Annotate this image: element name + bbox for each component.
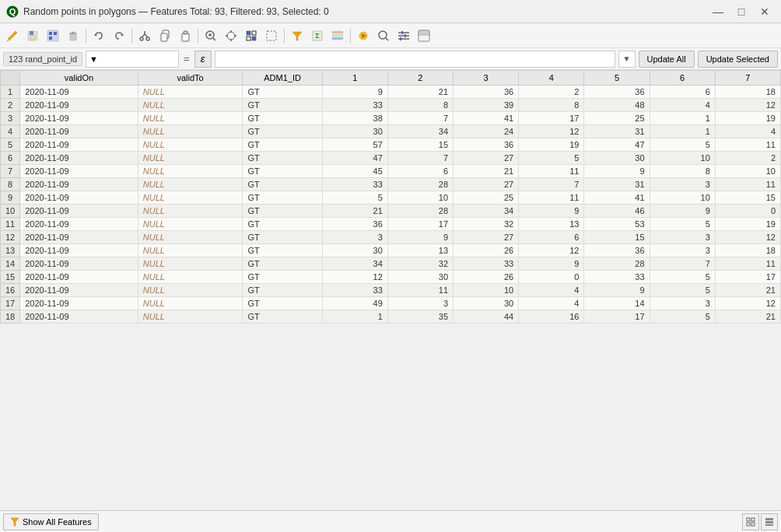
numeric-cell: 5: [322, 191, 387, 205]
field-calculator-button[interactable]: Σ: [308, 26, 327, 45]
col2-header[interactable]: 2: [387, 71, 453, 86]
expression-dropdown[interactable]: ▼: [618, 51, 636, 68]
toolbar-separator-2: [131, 28, 132, 44]
close-button[interactable]: ✕: [755, 4, 775, 19]
app-icon: Q: [6, 5, 19, 18]
table-row[interactable]: 62020-11-09NULLGT47727530102: [1, 152, 781, 165]
layout-icon-button[interactable]: [761, 513, 778, 530]
numeric-cell: 10: [715, 165, 780, 178]
table-row[interactable]: 182020-11-09NULLGT135441617521: [1, 310, 781, 324]
numeric-cell: 36: [584, 86, 650, 99]
update-all-button[interactable]: Update All: [639, 51, 695, 68]
col1-header[interactable]: 1: [322, 71, 387, 86]
numeric-cell: 31: [584, 125, 650, 138]
adm1id-cell: GT: [243, 205, 322, 218]
equals-sign: =: [182, 53, 191, 65]
numeric-cell: 9: [519, 205, 584, 218]
numeric-cell: 47: [584, 138, 650, 152]
zoom-table-button[interactable]: [374, 26, 393, 45]
validon-cell: 2020-11-09: [20, 112, 138, 125]
epsilon-button[interactable]: ε: [194, 51, 212, 68]
organize-columns-button[interactable]: [394, 26, 413, 45]
col7-header[interactable]: 7: [715, 71, 780, 86]
maximize-button[interactable]: □: [731, 4, 751, 19]
table-row[interactable]: 142020-11-09NULLGT343233928711: [1, 257, 781, 271]
numeric-cell: 1: [322, 310, 387, 324]
minimize-button[interactable]: —: [708, 4, 728, 19]
toggle-editing-button[interactable]: [3, 26, 22, 45]
validon-header[interactable]: validOn: [20, 71, 138, 86]
numeric-cell: 16: [519, 310, 584, 324]
numeric-cell: 33: [322, 99, 387, 112]
table-row[interactable]: 102020-11-09NULLGT21283494690: [1, 205, 781, 218]
table-row[interactable]: 42020-11-09NULLGT303424123114: [1, 125, 781, 138]
pan-selected-button[interactable]: [222, 26, 240, 45]
svg-rect-56: [747, 518, 750, 521]
numeric-cell: 6: [650, 86, 715, 99]
numeric-cell: 36: [454, 86, 519, 99]
adm1id-cell: GT: [243, 86, 322, 99]
numeric-cell: 34: [387, 125, 453, 138]
filter-button[interactable]: [288, 26, 306, 45]
table-row[interactable]: 112020-11-09NULLGT3617321353519: [1, 218, 781, 231]
table-row[interactable]: 152020-11-09NULLGT123026033517: [1, 271, 781, 284]
numeric-cell: 15: [715, 191, 780, 205]
row-number-cell: 10: [1, 205, 20, 218]
validto-cell: NULL: [138, 205, 243, 218]
conditional-format-button[interactable]: [328, 26, 347, 45]
table-row[interactable]: 22020-11-09NULLGT33839848412: [1, 99, 781, 112]
table-row[interactable]: 72020-11-09NULLGT45621119810: [1, 165, 781, 178]
row-number-cell: 15: [1, 271, 20, 284]
svg-rect-6: [49, 32, 52, 35]
expression-input[interactable]: [215, 51, 615, 68]
draw-source-button[interactable]: [44, 26, 62, 45]
col5-header[interactable]: 5: [584, 71, 650, 86]
field-selector[interactable]: ▼: [86, 51, 179, 68]
col6-header[interactable]: 6: [650, 71, 715, 86]
paste-button[interactable]: [176, 26, 194, 45]
update-selected-button[interactable]: Update Selected: [698, 51, 778, 68]
numeric-cell: 21: [715, 310, 780, 324]
undo-button[interactable]: [89, 26, 108, 45]
table-row[interactable]: 82020-11-09NULLGT332827731311: [1, 178, 781, 191]
numeric-cell: 49: [322, 297, 387, 310]
numeric-cell: 15: [387, 138, 453, 152]
table-row[interactable]: 32020-11-09NULLGT387411725119: [1, 112, 781, 125]
invert-selection-button[interactable]: [242, 26, 261, 45]
numeric-cell: 17: [519, 112, 584, 125]
table-row[interactable]: 132020-11-09NULLGT3013261236318: [1, 244, 781, 257]
col4-header[interactable]: 4: [519, 71, 584, 86]
row-number-cell: 1: [1, 86, 20, 99]
table-row[interactable]: 92020-11-09NULLGT5102511411015: [1, 191, 781, 205]
show-all-features-button[interactable]: Show All Features: [3, 513, 99, 530]
table-row[interactable]: 12020-11-09NULLGT92136236618: [1, 86, 781, 99]
adm1id-cell: GT: [243, 112, 322, 125]
numeric-cell: 19: [715, 218, 780, 231]
actions-button[interactable]: [354, 26, 373, 45]
col3-header[interactable]: 3: [454, 71, 519, 86]
numeric-cell: 28: [584, 257, 650, 271]
deselect-button[interactable]: [262, 26, 281, 45]
adm1-header[interactable]: ADM1_ID: [243, 71, 322, 86]
table-row[interactable]: 162020-11-09NULLGT33111049521: [1, 284, 781, 297]
validto-cell: NULL: [138, 297, 243, 310]
cut-button[interactable]: [135, 26, 154, 45]
adm1id-cell: GT: [243, 257, 322, 271]
table-row[interactable]: 52020-11-09NULLGT5715361947511: [1, 138, 781, 152]
numeric-cell: 47: [322, 152, 387, 165]
delete-button[interactable]: [64, 26, 82, 45]
table-row[interactable]: 172020-11-09NULLGT49330414312: [1, 297, 781, 310]
numeric-cell: 21: [715, 284, 780, 297]
validto-header[interactable]: validTo: [138, 71, 243, 86]
table-row[interactable]: 122020-11-09NULLGT3927615312: [1, 231, 781, 244]
redo-button[interactable]: [110, 26, 128, 45]
numeric-cell: 36: [454, 138, 519, 152]
numeric-cell: 13: [519, 218, 584, 231]
svg-rect-51: [405, 34, 406, 37]
attribute-table[interactable]: validOn validTo ADM1_ID 1 2 3 4 5 6 7 12…: [0, 70, 781, 510]
dock-button[interactable]: [415, 26, 433, 45]
expand-icon-button[interactable]: [742, 513, 759, 530]
save-edits-button[interactable]: [23, 26, 42, 45]
copy-button[interactable]: [156, 26, 174, 45]
zoom-selected-button[interactable]: [201, 26, 220, 45]
